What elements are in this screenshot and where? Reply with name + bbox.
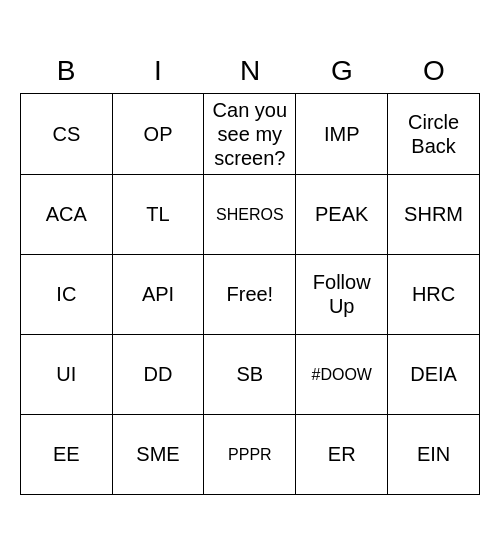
bingo-header: BINGO [20, 49, 480, 93]
table-row: ACATLSHEROSPEAKSHRM [21, 174, 480, 254]
cell-r3-c4: DEIA [388, 334, 480, 414]
cell-r0-c0: CS [21, 93, 113, 174]
cell-r3-c3: #DOOW [296, 334, 388, 414]
cell-r2-c3: FollowUp [296, 254, 388, 334]
table-row: ICAPIFree!FollowUpHRC [21, 254, 480, 334]
cell-r1-c2: SHEROS [204, 174, 296, 254]
header-letter-B: B [20, 49, 112, 93]
table-row: EESMEPPPREREIN [21, 414, 480, 494]
cell-r2-c1: API [112, 254, 204, 334]
cell-r1-c3: PEAK [296, 174, 388, 254]
table-row: CSOPCan yousee myscreen?IMPCircleBack [21, 93, 480, 174]
cell-r1-c4: SHRM [388, 174, 480, 254]
cell-r4-c3: ER [296, 414, 388, 494]
cell-r0-c4: CircleBack [388, 93, 480, 174]
cell-r0-c2: Can yousee myscreen? [204, 93, 296, 174]
cell-r3-c2: SB [204, 334, 296, 414]
cell-r1-c0: ACA [21, 174, 113, 254]
cell-r4-c4: EIN [388, 414, 480, 494]
cell-r4-c2: PPPR [204, 414, 296, 494]
cell-r3-c1: DD [112, 334, 204, 414]
cell-r2-c0: IC [21, 254, 113, 334]
table-row: UIDDSB#DOOWDEIA [21, 334, 480, 414]
bingo-grid: CSOPCan yousee myscreen?IMPCircleBackACA… [20, 93, 480, 495]
cell-r2-c4: HRC [388, 254, 480, 334]
header-letter-O: O [388, 49, 480, 93]
header-letter-I: I [112, 49, 204, 93]
cell-r0-c3: IMP [296, 93, 388, 174]
cell-r3-c0: UI [21, 334, 113, 414]
bingo-card: BINGO CSOPCan yousee myscreen?IMPCircleB… [20, 49, 480, 495]
header-letter-G: G [296, 49, 388, 93]
cell-r1-c1: TL [112, 174, 204, 254]
cell-r4-c0: EE [21, 414, 113, 494]
header-letter-N: N [204, 49, 296, 93]
cell-r2-c2: Free! [204, 254, 296, 334]
cell-r0-c1: OP [112, 93, 204, 174]
cell-r4-c1: SME [112, 414, 204, 494]
